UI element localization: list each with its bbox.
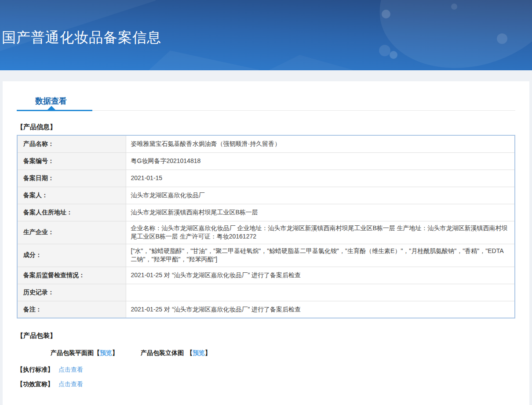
standard-row: 【执行标准】点击查看	[17, 366, 515, 374]
page-title: 国产普通化妆品备案信息	[2, 28, 161, 47]
row-value: 汕头市龙湖区新溪镇西南村坝尾工业区B栋一层	[126, 204, 515, 221]
row-value: 2021-01-25 对 “汕头市龙湖区嘉欣化妆品厂” 进行了备案后检查	[126, 301, 515, 318]
table-row: 历史记录：	[17, 284, 515, 301]
row-label: 历史记录：	[17, 284, 126, 301]
row-label: 成分：	[17, 244, 126, 267]
packaging-stereo-item: 产品包装立体图【预览】	[141, 349, 211, 356]
table-row: 备案日期：2021-01-15	[17, 170, 515, 187]
table-row: 备注：2021-01-25 对 “汕头市龙湖区嘉欣化妆品厂” 进行了备案后检查	[17, 301, 515, 318]
section-title-packaging: 【产品包装】	[17, 332, 515, 340]
table-row: 备案人：汕头市龙湖区嘉欣化妆品厂	[17, 187, 515, 204]
packaging-flat-item: 产品包装平面图【预览】	[51, 349, 118, 356]
banner-decoration-dot	[390, 51, 397, 59]
row-label: 备案日期：	[17, 170, 126, 187]
row-value	[126, 284, 515, 301]
bracket-open: 【	[94, 349, 100, 356]
row-value: ["水"，"鲸蜡硬脂醇"，"甘油"，"聚二甲基硅氧烷"，"鲸蜡硬脂基二甲基氯化铵…	[126, 244, 515, 267]
table-row: 备案后监督检查情况：2021-01-25 对 “汕头市龙湖区嘉欣化妆品厂” 进行…	[17, 267, 515, 284]
content-card: 数据查看 【产品信息】 产品名称：姿唯雅黛宝石氨基酸香水焗油膏（强韧顺滑·持久留…	[3, 81, 529, 405]
banner-decoration	[246, 55, 365, 70]
banner-decoration	[364, 0, 532, 70]
efficacy-row: 【功效宣称】点击查看	[17, 380, 515, 388]
section-title-efficacy: 【功效宣称】	[17, 380, 54, 387]
table-row: 产品名称：姿唯雅黛宝石氨基酸香水焗油膏（强韧顺滑·持久留香）	[17, 135, 515, 152]
standard-view-link[interactable]: 点击查看	[58, 366, 83, 373]
packaging-row: 产品包装平面图【预览】 产品包装立体图【预览】	[17, 349, 515, 357]
row-label: 产品名称：	[17, 135, 126, 152]
table-row: 生产企业：企业名称：汕头市龙湖区嘉欣化妆品厂 企业地址：汕头市龙湖区新溪镇西南村…	[17, 221, 515, 244]
row-value: 汕头市龙湖区嘉欣化妆品厂	[126, 187, 515, 204]
packaging-stereo-preview-link[interactable]: 预览	[193, 349, 205, 356]
banner-decoration-dot	[379, 45, 390, 56]
efficacy-view-link[interactable]: 点击查看	[58, 380, 83, 387]
bracket-close: 】	[112, 349, 118, 356]
packaging-flat-preview-link[interactable]: 预览	[100, 349, 112, 356]
section-title-product-info: 【产品信息】	[17, 123, 515, 131]
packaging-stereo-label: 产品包装立体图	[141, 349, 184, 356]
banner-decoration-dot	[451, 4, 457, 10]
row-label: 备注：	[17, 301, 126, 318]
tab-data-view[interactable]: 数据查看	[35, 96, 67, 106]
row-value: 粤G妆网备字2021014818	[126, 152, 515, 170]
row-value: 姿唯雅黛宝石氨基酸香水焗油膏（强韧顺滑·持久留香）	[126, 135, 515, 152]
page-header-banner: 国产普通化妆品备案信息	[0, 0, 532, 70]
row-value: 企业名称：汕头市龙湖区嘉欣化妆品厂 企业地址：汕头市龙湖区新溪镇西南村坝尾工业区…	[126, 221, 515, 244]
packaging-flat-label: 产品包装平面图	[51, 349, 94, 356]
banner-decoration-dot	[497, 33, 507, 44]
bracket-close: 】	[205, 349, 211, 356]
row-label: 备案人：	[17, 187, 126, 204]
row-value: 2021-01-25 对 “汕头市龙湖区嘉欣化妆品厂” 进行了备案后检查	[126, 267, 515, 284]
table-row: 成分：["水"，"鲸蜡硬脂醇"，"甘油"，"聚二甲基硅氧烷"，"鲸蜡硬脂基二甲基…	[17, 244, 515, 267]
tab-bar: 数据查看	[17, 96, 515, 111]
row-label: 备案编号：	[17, 152, 126, 170]
row-value: 2021-01-15	[126, 170, 515, 187]
section-title-standard: 【执行标准】	[17, 366, 54, 373]
banner-decoration-dot	[382, 10, 390, 18]
product-info-table: 产品名称：姿唯雅黛宝石氨基酸香水焗油膏（强韧顺滑·持久留香）备案编号：粤G妆网备…	[17, 135, 515, 318]
bracket-open: 【	[186, 349, 193, 356]
row-label: 生产企业：	[17, 221, 126, 244]
table-row: 备案编号：粤G妆网备字2021014818	[17, 152, 515, 170]
active-tab-indicator	[17, 110, 92, 111]
table-row: 备案人住所地址：汕头市龙湖区新溪镇西南村坝尾工业区B栋一层	[17, 204, 515, 221]
row-label: 备案后监督检查情况：	[17, 267, 126, 284]
row-label: 备案人住所地址：	[17, 204, 126, 221]
banner-decoration	[132, 51, 259, 70]
